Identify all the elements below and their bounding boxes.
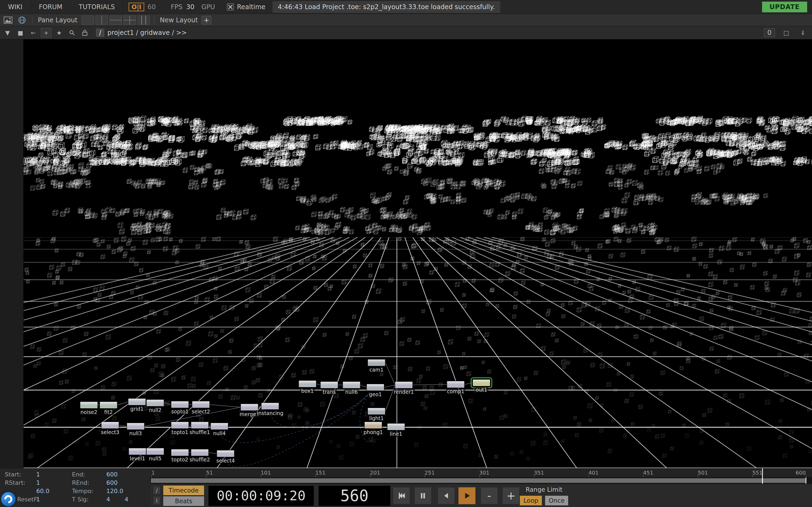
divider xyxy=(154,16,154,24)
current-frame-display[interactable]: 560 xyxy=(318,485,391,506)
node-merge1[interactable]: merge1 xyxy=(241,404,258,411)
field-value[interactable]: 120.0 xyxy=(106,488,123,494)
update-button[interactable]: UPDATE xyxy=(762,2,807,12)
pause-icon xyxy=(419,492,427,500)
pane-layout-preset-split-left-right[interactable] xyxy=(96,15,108,25)
node-select2[interactable]: select2 xyxy=(192,401,210,408)
breadcrumb-path[interactable]: project1 / gridwave / >> xyxy=(107,29,187,37)
checkbox-checked-icon[interactable] xyxy=(227,3,234,10)
node-box1[interactable]: box1 xyxy=(299,380,316,387)
pane-layout-preset-triple-columns[interactable] xyxy=(138,15,150,25)
node-label: select3 xyxy=(100,429,120,435)
node-phong1[interactable]: phong1 xyxy=(364,422,382,429)
pause-button[interactable] xyxy=(414,487,432,504)
menu-item-wiki[interactable]: WIKI xyxy=(0,0,31,14)
fps-value[interactable]: 30 xyxy=(186,3,194,11)
node-instancing[interactable]: instancing xyxy=(261,403,279,410)
loop-button[interactable]: Loop xyxy=(520,496,542,505)
node-cam1[interactable]: cam1 xyxy=(368,359,385,366)
ruler-tick-51: 51 xyxy=(206,469,213,476)
star-icon[interactable]: ★ xyxy=(54,28,64,38)
field-value[interactable]: 600 xyxy=(106,480,118,486)
node-fit2[interactable]: fit2 xyxy=(100,402,117,408)
search-icon[interactable] xyxy=(66,28,77,38)
node-light1[interactable]: light1 xyxy=(368,408,385,415)
menu-item-forum[interactable]: FORUM xyxy=(31,0,71,14)
node-line1[interactable]: line1 xyxy=(387,423,405,430)
globe-icon[interactable] xyxy=(16,15,28,25)
pane-type-dropdown-icon[interactable]: ▼ xyxy=(2,28,13,38)
node-level1[interactable]: level1 xyxy=(129,448,146,455)
ruler-tick-451: 451 xyxy=(643,469,653,476)
network-editor-pane[interactable]: noise2fit2grid1null2sopto1select2merge1i… xyxy=(23,40,812,468)
new-layout-label: New Layout xyxy=(160,16,198,24)
gpu-label[interactable]: GPU xyxy=(201,3,215,11)
pane-layout-label: Pane Layout xyxy=(38,16,77,24)
background-image-icon[interactable] xyxy=(2,15,14,25)
playhead-marker[interactable] xyxy=(762,477,763,484)
stop-icon[interactable]: ■ xyxy=(15,28,26,38)
node-transform1[interactable]: trans xyxy=(320,382,338,388)
field-value-2[interactable]: 4 xyxy=(124,496,129,503)
left-gutter xyxy=(0,40,23,468)
node-topto1[interactable]: topto1 xyxy=(171,422,189,429)
node-render1[interactable]: render1 xyxy=(395,382,413,388)
beats-mode-button[interactable]: Beats xyxy=(163,496,204,506)
node-label: topto1 xyxy=(170,429,189,435)
once-button[interactable]: Once xyxy=(545,496,568,505)
status-message: 4:46:43 Load Project .toe: s2p2_layout3.… xyxy=(272,1,500,13)
collapse-down-icon[interactable]: ⇓ xyxy=(798,28,808,38)
units-frames-button[interactable]: / xyxy=(153,486,161,495)
back-arrow-icon[interactable]: ← xyxy=(28,28,39,38)
node-null5[interactable]: null5 xyxy=(146,448,164,455)
node-null4[interactable]: null4 xyxy=(210,423,228,430)
timecode-mode-button[interactable]: Timecode xyxy=(163,486,204,495)
range-end-marker[interactable] xyxy=(806,477,806,484)
node-noise2[interactable]: noise2 xyxy=(80,402,98,408)
field-value[interactable]: 4 xyxy=(106,496,110,503)
breadcrumb-root[interactable]: / xyxy=(96,29,104,37)
range-limit-label: Range Limit xyxy=(520,486,568,493)
jump-start-icon xyxy=(397,491,406,500)
jump-start-button[interactable] xyxy=(393,487,410,504)
lock-icon[interactable] xyxy=(80,28,90,38)
touchdesigner-logo-button[interactable] xyxy=(1,492,15,506)
node-comp1[interactable]: comp1 xyxy=(447,381,464,388)
ruler-tickmark xyxy=(588,475,589,477)
pane-count-badge[interactable]: 0 xyxy=(764,29,775,37)
timeline-field-row: T Sig:44 xyxy=(0,496,150,504)
breadcrumb[interactable]: / project1 / gridwave / >> xyxy=(96,29,187,37)
node-shuffle1[interactable]: shuffle1 xyxy=(191,422,209,429)
menu-item-tutorials[interactable]: TUTORIALS xyxy=(70,0,123,14)
pane-layout-preset-split-top-bottom[interactable] xyxy=(110,15,122,25)
frame-plus-button[interactable]: + xyxy=(502,487,520,504)
node-sopto1[interactable]: sopto1 xyxy=(171,401,189,408)
node-out1[interactable]: out1 xyxy=(472,379,490,386)
node-select3[interactable]: select3 xyxy=(101,422,119,429)
field-value[interactable]: 600 xyxy=(106,471,118,478)
timeline-range-bar[interactable] xyxy=(150,477,812,484)
pane-layout-preset-quad[interactable] xyxy=(123,15,136,25)
node-null3[interactable]: null3 xyxy=(127,423,145,430)
step-back-button[interactable] xyxy=(438,487,455,504)
node-null6[interactable]: null6 xyxy=(343,382,360,388)
node-null2[interactable]: null2 xyxy=(146,399,164,406)
add-icon[interactable]: + xyxy=(41,28,52,38)
oi-toggle[interactable]: O|I xyxy=(129,3,145,11)
ruler-tickmark xyxy=(752,475,753,477)
node-shuffle2[interactable]: shuffle2 xyxy=(191,449,209,456)
pane-toolbar: Pane Layout New Layout + xyxy=(0,14,812,26)
node-grid1[interactable]: grid1 xyxy=(128,398,146,405)
node-geo1[interactable]: geo1 xyxy=(366,384,384,391)
node-label: geo1 xyxy=(368,391,383,398)
frame-minus-button[interactable]: - xyxy=(480,487,498,504)
pane-layout-preset-single[interactable] xyxy=(82,15,94,25)
maximize-pane-icon[interactable]: □ xyxy=(781,28,792,38)
realtime-toggle[interactable]: Realtime xyxy=(227,3,265,11)
new-layout-add-button[interactable]: + xyxy=(202,16,211,24)
play-button[interactable] xyxy=(458,487,475,504)
node-topto2[interactable]: topto2 xyxy=(171,449,189,456)
timeline-ruler[interactable]: 151101151201251301351401451501551600 xyxy=(150,468,812,477)
node-select4[interactable]: select4 xyxy=(217,450,235,457)
units-index-button[interactable]: I xyxy=(153,496,161,505)
